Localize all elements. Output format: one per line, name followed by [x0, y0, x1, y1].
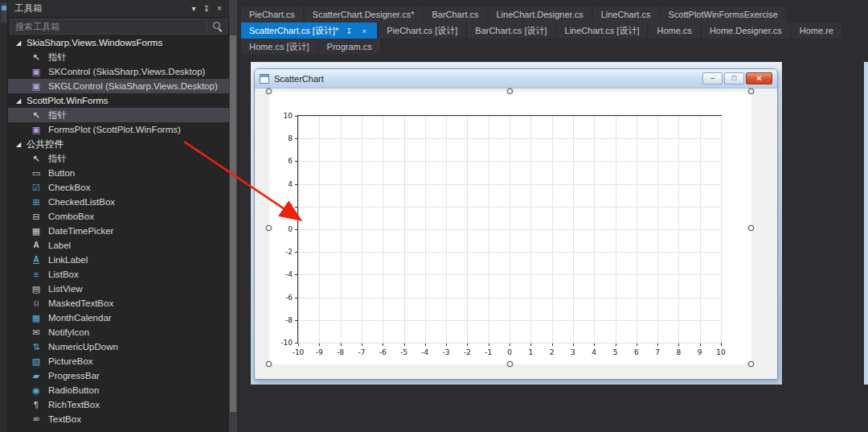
toolbox-item-numericupdown[interactable]: ⇅NumericUpDown — [8, 339, 229, 354]
toolbox-item-picturebox[interactable]: ▧PictureBox — [8, 354, 229, 368]
form-title: ScatterChart — [274, 74, 324, 84]
tab-program-cs[interactable]: Program.cs — [319, 39, 380, 55]
plot-gridline-h — [298, 116, 721, 117]
tab-label: LineChart.cs [设计] — [565, 25, 640, 37]
toolbox-item-formsplot-scottplot-winforms[interactable]: ▣FormsPlot (ScottPlot.WinForms) — [8, 122, 229, 137]
toolbox-scrollbar[interactable] — [229, 0, 237, 432]
toolbox-item-richtextbox[interactable]: ¶RichTextBox — [8, 397, 229, 412]
toolbox-item-label: ListView — [48, 284, 83, 294]
toolbox-item-pointer[interactable]: ↖指针 — [8, 151, 229, 166]
tab-scottplotwinformsexercise[interactable]: ScottPlotWinFormsExercise — [661, 6, 786, 23]
toolbox-item-linklabel[interactable]: ALinkLabel — [8, 253, 229, 267]
toolbox-item-combobox[interactable]: ⊟ComboBox — [8, 209, 229, 224]
maximize-button[interactable]: □ — [724, 72, 744, 84]
selection-handle[interactable] — [507, 361, 513, 367]
toolbox-panel: 工具箱 ▾↧× 搜索工具箱 ◢SkiaSharp.Views.WindowsFo… — [8, 0, 229, 432]
expander-icon[interactable]: ◢ — [16, 141, 27, 148]
close-icon[interactable]: × — [213, 2, 226, 15]
tab-label: Home.Designer.cs — [710, 26, 782, 35]
tab-linechart-cs[interactable]: LineChart.cs — [593, 6, 659, 23]
tab-piechart-cs[interactable]: PieChart.cs [设计] — [379, 23, 465, 39]
tab-row-3: Home.cs [设计]Program.cs — [241, 39, 868, 55]
toolbox-item-label: 指针 — [48, 51, 67, 64]
toolbox-item-progressbar[interactable]: ▰ProgressBar — [8, 368, 229, 383]
toolbox-item-notifyicon[interactable]: ✉NotifyIcon — [8, 325, 229, 339]
tab-label: Home.re — [800, 26, 833, 35]
y-tick-mark — [295, 229, 298, 230]
toolbox-item-pointer[interactable]: ↖指针 — [8, 108, 229, 122]
tab-home-cs[interactable]: Home.cs [设计] — [241, 39, 317, 55]
toolbox-item-label[interactable]: ALabel — [8, 238, 229, 253]
component-icon: ▣ — [30, 65, 43, 78]
toolbox-item-radiobutton[interactable]: ◉RadioButton — [8, 383, 229, 397]
y-tick-mark — [295, 138, 298, 139]
selection-handle[interactable] — [507, 88, 513, 94]
tab-home-designer-cs[interactable]: Home.Designer.cs — [702, 23, 790, 39]
form-titlebar[interactable]: ScatterChart –□× — [255, 69, 777, 88]
toolbox-group-2[interactable]: ◢公共控件 — [8, 137, 229, 151]
tab-linechart-cs[interactable]: LineChart.cs [设计] — [557, 23, 648, 39]
component-icon: ▣ — [30, 80, 43, 93]
toolbox-item-monthcalendar[interactable]: ▦MonthCalendar — [8, 311, 229, 325]
tab-scatterchart-cs[interactable]: ScatterChart.cs [设计]*↧× — [241, 23, 377, 39]
toolbox-header-icons: ▾↧× — [187, 2, 226, 15]
search-icon[interactable] — [211, 20, 224, 33]
toolbox-item-skglcontrol-skiasharp-views-desktop[interactable]: ▣SKGLControl (SkiaSharp.Views.Desktop) — [8, 79, 229, 93]
plot-gridline-h — [298, 298, 721, 298]
toolbox-item-listview[interactable]: ▤ListView — [8, 282, 229, 296]
search-input[interactable]: 搜索工具箱 — [10, 19, 227, 35]
form-window-buttons: –□× — [702, 72, 772, 84]
plot-area: -10-9-8-7-6-5-4-3-2-10123456789101086420… — [297, 115, 722, 344]
tab-linechart-designer-cs[interactable]: LineChart.Designer.cs — [489, 6, 592, 23]
scrollbar-thumb[interactable] — [230, 35, 236, 412]
tab-home-re[interactable]: Home.re — [792, 23, 841, 39]
tab-row-2: ScatterChart.cs [设计]*↧×PieChart.cs [设计]B… — [241, 23, 868, 39]
tab-barchart-cs[interactable]: BarChart.cs [设计] — [467, 23, 555, 39]
toolbox-item-pointer[interactable]: ↖指针 — [8, 50, 229, 64]
y-tick-label-2: 2 — [268, 203, 293, 211]
checkbox-icon: ☑ — [30, 181, 43, 194]
formsplot-control[interactable]: -10-9-8-7-6-5-4-3-2-10123456789101086420… — [269, 92, 751, 364]
y-tick-label--2: -2 — [268, 248, 293, 256]
close-button[interactable]: × — [746, 72, 772, 84]
pin-icon[interactable]: ↧ — [200, 2, 213, 15]
expander-icon[interactable]: ◢ — [16, 97, 27, 105]
pin-icon[interactable]: ↧ — [344, 27, 354, 35]
checked-list-box-icon: ⊞ — [30, 195, 43, 208]
toolbox-group-scottplot-winforms[interactable]: ◢ScottPlot.WinForms — [8, 93, 229, 108]
toolbox-item-button[interactable]: ▭Button — [8, 166, 229, 180]
close-icon[interactable]: × — [359, 27, 369, 35]
tab-piechart-cs[interactable]: PieChart.cs — [241, 6, 303, 23]
y-tick-mark — [295, 161, 298, 162]
toolbox-item-datetimepicker[interactable]: ▦DateTimePicker — [8, 224, 229, 238]
toolbox-group-skiasharp-views-windowsforms[interactable]: ◢SkiaSharp.Views.WindowsForms — [8, 35, 229, 50]
toolbox-item-listbox[interactable]: ≡ListBox — [8, 267, 229, 282]
numeric-up-down-icon: ⇅ — [30, 340, 43, 353]
toolbox-item-label: ComboBox — [48, 212, 94, 221]
y-tick-label-0: 0 — [268, 225, 293, 233]
toolbox-item-textbox[interactable]: abTextBox — [8, 412, 229, 426]
rich-text-box-icon: ¶ — [30, 398, 43, 411]
toolbox-item-label: ProgressBar — [48, 371, 100, 381]
notify-icon-icon: ✉ — [30, 326, 43, 339]
minimize-button[interactable]: – — [702, 72, 723, 84]
toolbox-item-checkbox[interactable]: ☑CheckBox — [8, 180, 229, 195]
designer-form[interactable]: ScatterChart –□× -10-9-8-7-6-5-4-3-2-101… — [254, 68, 778, 380]
selection-handle[interactable] — [266, 225, 272, 231]
tab-barchart-cs[interactable]: BarChart.cs — [424, 6, 486, 23]
selection-handle[interactable] — [748, 361, 754, 367]
selection-handle[interactable] — [748, 88, 754, 94]
selection-handle[interactable] — [266, 88, 272, 94]
toolbox-item-checkedlistbox[interactable]: ⊞CheckedListBox — [8, 195, 229, 209]
expander-icon[interactable]: ◢ — [16, 39, 27, 47]
tab-scatterchart-designer-cs[interactable]: ScatterChart.Designer.cs* — [305, 6, 423, 23]
chevron-down-icon[interactable]: ▾ — [187, 2, 200, 15]
collapsed-panel-tab[interactable] — [1, 3, 7, 23]
tab-home-cs[interactable]: Home.cs — [649, 23, 699, 39]
selection-handle[interactable] — [266, 361, 272, 367]
toolbox-item-skcontrol-skiasharp-views-desktop[interactable]: ▣SKControl (SkiaSharp.Views.Desktop) — [8, 64, 229, 79]
toolbox-item-maskedtextbox[interactable]: (.)MaskedTextBox — [8, 296, 229, 311]
selection-handle[interactable] — [748, 225, 754, 231]
minimize-icon: – — [710, 75, 714, 82]
plot-gridline-h — [298, 343, 721, 344]
